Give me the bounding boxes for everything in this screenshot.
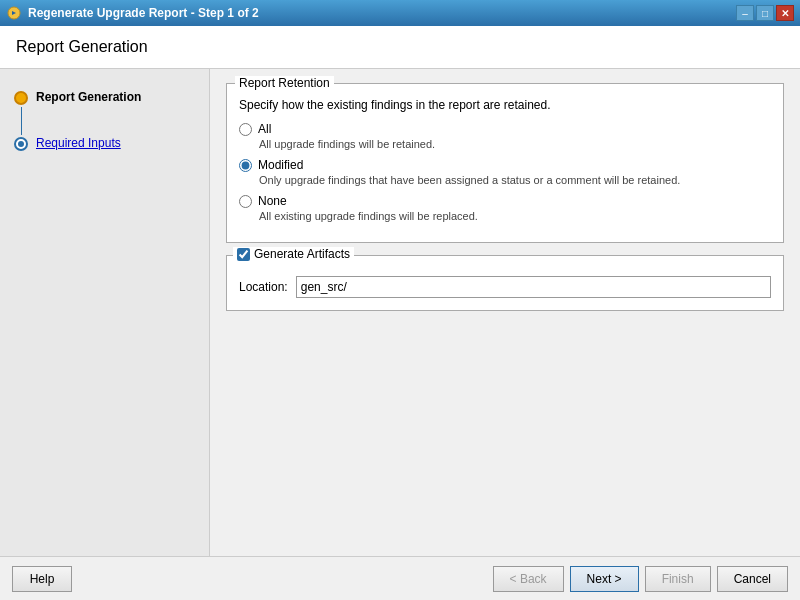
artifacts-legend: Generate Artifacts (233, 247, 354, 261)
radio-modified-desc: Only upgrade findings that have been ass… (259, 174, 771, 186)
radio-option-none: None All existing upgrade findings will … (239, 194, 771, 222)
dialog: Report Generation Report Generation (0, 26, 800, 600)
window-title: Regenerate Upgrade Report - Step 1 of 2 (28, 6, 736, 20)
back-button[interactable]: < Back (493, 566, 564, 592)
generate-artifacts-checkbox[interactable] (237, 248, 250, 261)
report-retention-group: Report Retention Specify how the existin… (226, 83, 784, 243)
minimize-button[interactable]: – (736, 5, 754, 21)
report-retention-description: Specify how the existing findings in the… (239, 98, 771, 112)
report-retention-legend: Report Retention (235, 76, 334, 90)
radio-modified[interactable] (239, 159, 252, 172)
generate-artifacts-group: Generate Artifacts Location: (226, 255, 784, 311)
footer-left: Help (12, 566, 72, 592)
window-controls: – □ ✕ (736, 5, 794, 21)
radio-all[interactable] (239, 123, 252, 136)
location-input[interactable] (296, 276, 771, 298)
dialog-title: Report Generation (16, 38, 148, 55)
sidebar-item-report-generation[interactable]: Report Generation (12, 89, 197, 135)
nav-label-report-generation: Report Generation (36, 89, 141, 104)
nav-circle-required-inputs (14, 137, 28, 151)
footer-right: < Back Next > Finish Cancel (493, 566, 788, 592)
nav-label-required-inputs: Required Inputs (36, 135, 121, 150)
radio-none-desc: All existing upgrade findings will be re… (259, 210, 771, 222)
title-bar: Regenerate Upgrade Report - Step 1 of 2 … (0, 0, 800, 26)
nav-circle-report-generation (14, 91, 28, 105)
next-button[interactable]: Next > (570, 566, 639, 592)
dialog-footer: Help < Back Next > Finish Cancel (0, 556, 800, 600)
content-area: Report Generation Required Inputs Report… (0, 69, 800, 556)
radio-option-all: All All upgrade findings will be retaine… (239, 122, 771, 150)
maximize-button[interactable]: □ (756, 5, 774, 21)
radio-option-modified: Modified Only upgrade findings that have… (239, 158, 771, 186)
generate-artifacts-label[interactable]: Generate Artifacts (254, 247, 350, 261)
cancel-button[interactable]: Cancel (717, 566, 788, 592)
sidebar: Report Generation Required Inputs (0, 69, 210, 556)
close-button[interactable]: ✕ (776, 5, 794, 21)
radio-all-label[interactable]: All (258, 122, 271, 136)
help-button[interactable]: Help (12, 566, 72, 592)
radio-none[interactable] (239, 195, 252, 208)
radio-modified-label[interactable]: Modified (258, 158, 303, 172)
sidebar-item-required-inputs[interactable]: Required Inputs (12, 135, 197, 151)
radio-all-desc: All upgrade findings will be retained. (259, 138, 771, 150)
location-label: Location: (239, 280, 288, 294)
window-icon (6, 5, 22, 21)
radio-none-label[interactable]: None (258, 194, 287, 208)
main-panel: Report Retention Specify how the existin… (210, 69, 800, 556)
dialog-header: Report Generation (0, 26, 800, 69)
finish-button[interactable]: Finish (645, 566, 711, 592)
